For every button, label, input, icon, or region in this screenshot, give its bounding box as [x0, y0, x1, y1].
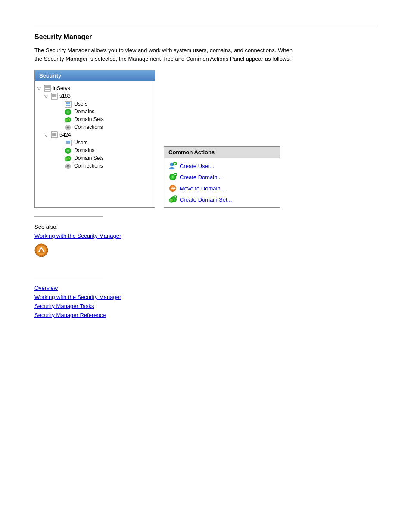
action-create-domain[interactable]: Create Domain... [168, 173, 275, 181]
inservs-label: InServs [53, 85, 70, 91]
s183-label: s183 [59, 93, 71, 99]
move-to-domain-label[interactable]: Move to Domain... [180, 185, 225, 192]
svg-point-18 [66, 119, 68, 121]
bottom-link-2[interactable]: Security Manager Tasks [34, 303, 377, 309]
common-actions-header: Common Actions [164, 147, 280, 158]
svg-rect-0 [44, 85, 50, 91]
tree-item-inservs[interactable]: ▽ InServs [37, 84, 152, 92]
tree-item-s183-domains[interactable]: ▷ Domains [37, 108, 152, 115]
create-domain-icon [168, 173, 177, 181]
top-divider [34, 26, 377, 26]
action-move-to-domain[interactable]: Move to Domain... [168, 184, 275, 193]
tree-item-5424[interactable]: ▽ 5424 [37, 131, 152, 139]
action-create-domainset[interactable]: Create Domain Set... [168, 195, 275, 204]
domain-icon-s183 [65, 109, 72, 115]
create-domainset-label[interactable]: Create Domain Set... [180, 196, 232, 203]
s183-users-label: Users [74, 101, 87, 107]
5424-label: 5424 [59, 132, 71, 138]
toggle-5424[interactable]: ▽ [44, 133, 50, 137]
page-description: The Security Manager allows you to view … [34, 46, 293, 63]
svg-point-54 [170, 199, 173, 202]
5424-domains-label: Domains [74, 147, 94, 153]
security-tree-panel: Security ▽ InServs [34, 70, 155, 208]
tree-item-5424-connections[interactable]: ▷ Connections [37, 162, 152, 170]
toggle-inservs[interactable]: ▽ [37, 86, 43, 91]
server-icon-inservs [44, 85, 51, 91]
svg-rect-21 [51, 132, 57, 138]
svg-point-38 [170, 163, 174, 166]
create-user-label[interactable]: Create User... [180, 163, 214, 169]
bottom-divider [34, 276, 103, 276]
tree-item-5424-users[interactable]: ▷ Users [37, 139, 152, 146]
move-domain-icon [168, 184, 177, 193]
svg-rect-4 [51, 93, 57, 99]
domainset-icon-5424 [65, 155, 72, 161]
see-also-link[interactable]: Working with the Security Manager [34, 233, 377, 239]
security-panel-header: Security [35, 70, 155, 81]
bottom-section: Overview Working with the Security Manag… [34, 276, 377, 318]
svg-point-31 [68, 150, 69, 152]
page-title: Security Manager [34, 33, 377, 41]
svg-point-44 [172, 176, 174, 178]
bottom-link-3[interactable]: Security Manager Reference [34, 312, 377, 318]
action-create-user[interactable]: Create User... [168, 162, 275, 170]
create-domainset-icon [168, 195, 177, 204]
svg-rect-8 [65, 101, 71, 107]
server-icon-5424 [51, 132, 58, 138]
tree-item-5424-domains[interactable]: ▷ Domains [37, 146, 152, 154]
users-icon-s183 [65, 101, 72, 107]
tree-item-s183-users[interactable]: ▷ Users [37, 100, 152, 108]
domainset-icon-s183 [65, 116, 72, 122]
tree-item-s183-connections[interactable]: ▷ Connections [37, 123, 152, 131]
connection-icon-5424 [65, 163, 72, 169]
tree-item-5424-domainsets[interactable]: ▷ Domain Sets [37, 154, 152, 162]
5424-connections-label: Connections [74, 163, 103, 169]
tree-item-s183-domainsets[interactable]: ▷ Domain Sets [37, 115, 152, 123]
tree-body: ▽ InServs ▽ [35, 81, 155, 173]
s183-domains-label: Domains [74, 109, 94, 115]
common-actions-panel: Common Actions [164, 146, 280, 208]
tree-item-s183[interactable]: ▽ s183 [37, 92, 152, 100]
create-user-icon [168, 162, 177, 170]
panels-container: Security ▽ InServs [34, 70, 377, 208]
users-icon-5424 [65, 140, 72, 146]
toggle-s183[interactable]: ▽ [44, 94, 50, 99]
svg-rect-25 [65, 140, 71, 146]
s183-connections-label: Connections [74, 124, 103, 130]
back-to-top-button[interactable] [34, 243, 48, 258]
5424-domainsets-label: Domain Sets [74, 155, 104, 161]
bottom-link-1[interactable]: Working with the Security Manager [34, 294, 377, 300]
server-icon-s183 [51, 93, 58, 99]
create-domain-label[interactable]: Create Domain... [180, 174, 222, 180]
s183-domainsets-label: Domain Sets [74, 116, 104, 122]
svg-point-14 [68, 112, 69, 113]
actions-body: Create User... [164, 158, 280, 207]
section-divider [34, 216, 103, 217]
see-also-label: See also: [34, 224, 377, 230]
domain-icon-5424 [65, 147, 72, 153]
bottom-link-0[interactable]: Overview [34, 285, 377, 291]
connection-icon-s183 [65, 124, 72, 130]
svg-point-35 [66, 158, 68, 160]
5424-users-label: Users [74, 140, 87, 146]
bottom-links: Overview Working with the Security Manag… [34, 285, 377, 318]
